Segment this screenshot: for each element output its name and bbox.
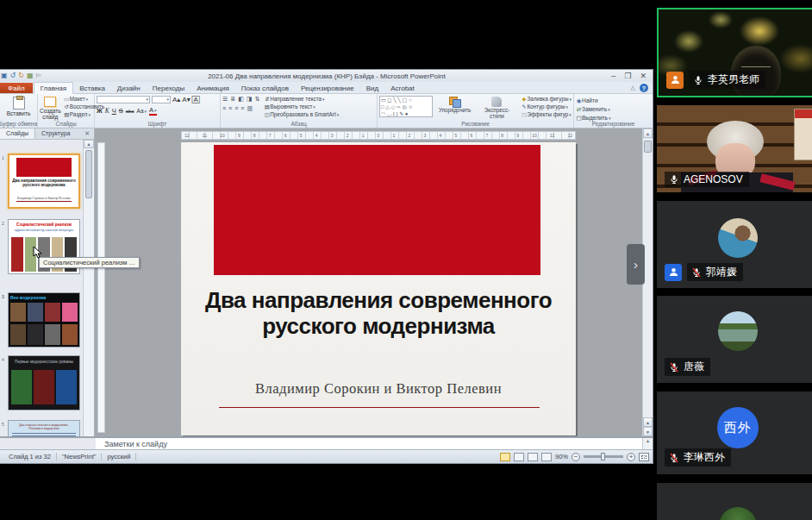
paste-button[interactable]: Вставить [2, 96, 35, 116]
participant-tile-1[interactable]: 李英男老师 [657, 8, 812, 97]
minimize-button[interactable]: – [611, 72, 615, 80]
participant-tile-3[interactable]: 郭靖媛 [657, 201, 812, 288]
slide-sorter-icon[interactable] [514, 453, 524, 461]
panel-scrollbar[interactable]: ▲ [83, 140, 94, 436]
tab-design[interactable]: Дизайн [111, 83, 147, 93]
normal-view-icon[interactable] [500, 453, 510, 461]
grow-font-icon[interactable]: A▴ [172, 96, 180, 103]
editing-group-label[interactable]: Редактирование [574, 120, 653, 128]
align-right-icon[interactable]: ≡ [234, 105, 238, 112]
slide-thumbnail-4[interactable]: Первые модернистские романы [8, 355, 80, 410]
panel-scroll-thumb[interactable] [85, 150, 92, 198]
tab-home[interactable]: Главная [34, 82, 73, 94]
quick-styles-button[interactable]: Экспресс-стили [478, 96, 517, 120]
shape-fill-button[interactable]: ◆Заливка фигуры [521, 96, 572, 103]
align-text-button[interactable]: ▤Выровнять текст [264, 103, 339, 110]
underline-button[interactable]: Ч [112, 107, 116, 115]
close-button[interactable]: ✕ [640, 72, 646, 80]
paragraph-group-label[interactable]: Абзац [221, 120, 377, 128]
replace-button[interactable]: ⇄Заменить [576, 106, 651, 113]
slide-thumbnail-3[interactable]: Вне модернизма [8, 292, 80, 348]
participant-tile-6[interactable] [657, 483, 812, 520]
panel-tab-slides[interactable]: Слайды [0, 128, 35, 139]
tab-acrobat[interactable]: Acrobat [384, 83, 421, 93]
indent-decrease-icon[interactable]: ◧ [238, 96, 244, 103]
scroll-thumb[interactable] [644, 141, 652, 153]
justify-icon[interactable]: ≡ [240, 105, 244, 112]
text-direction-button[interactable]: ⇵Направление текста [264, 96, 339, 103]
line-spacing-icon[interactable]: ⇅ [254, 96, 259, 103]
tab-file[interactable]: Файл [0, 83, 33, 93]
tab-view[interactable]: Вид [360, 83, 384, 93]
bold-button[interactable]: Ж [97, 107, 103, 115]
participant-tile-4[interactable]: 唐薇 [657, 296, 812, 383]
ribbon-collapse-icon[interactable]: △ [631, 85, 635, 91]
arrange-button[interactable]: Упорядочить [435, 96, 475, 120]
tab-insert[interactable]: Вставка [73, 83, 111, 93]
help-icon[interactable]: ? [640, 84, 648, 92]
picture-tool-icon[interactable]: ▦ [27, 72, 34, 80]
shrink-font-icon[interactable]: A▾ [182, 96, 190, 103]
slide-subtitle[interactable]: Владимир Сорокин и Виктор Пелевин [181, 380, 576, 398]
align-left-icon[interactable]: ≡ [222, 105, 226, 112]
slide-thumbnail-5[interactable]: Два главных течения в модернизме. Реализ… [8, 420, 80, 436]
shape-outline-button[interactable]: ✎Контур фигуры [521, 103, 572, 110]
new-slide-button[interactable]: Создать слайд [40, 96, 61, 120]
shadow-button[interactable]: abc [126, 109, 134, 114]
participant-tile-2[interactable]: AGENOSOV [657, 105, 812, 192]
font-size-combobox[interactable] [152, 96, 171, 103]
slide-thumbnail-1[interactable]: Два направления современного русского мо… [8, 153, 80, 209]
next-slide-icon[interactable]: ▼ [643, 427, 653, 436]
participant-tile-5[interactable]: 西外 李琳西外 [657, 392, 812, 474]
qat-customize-icon[interactable]: ⊨ [36, 72, 42, 80]
panel-scroll-up-icon[interactable]: ▲ [84, 140, 94, 148]
font-name-combobox[interactable] [97, 96, 150, 103]
shape-effects-button[interactable]: ◳Эффекты фигур [521, 111, 572, 118]
italic-button[interactable]: К [105, 107, 109, 115]
change-case-button[interactable]: Аа [136, 108, 147, 114]
bullets-icon[interactable]: ☰ [222, 96, 228, 103]
redo-icon[interactable]: ↻ [18, 72, 24, 80]
slide-title[interactable]: Два направления современного русского мо… [198, 287, 559, 340]
video-panel-toggle-button[interactable]: › [627, 244, 645, 285]
clear-format-icon[interactable]: 🄰 [192, 96, 200, 103]
smartart-button[interactable]: ◫Преобразовать в SmartArt [264, 111, 339, 118]
slides-group-label[interactable]: Слайды [38, 120, 94, 128]
notes-scrollbar[interactable]: ▲ [642, 438, 653, 449]
clipboard-group-label[interactable]: Буфер обмена [0, 120, 37, 128]
zoom-in-icon[interactable]: + [627, 453, 635, 461]
tab-slideshow[interactable]: Показ слайдов [235, 83, 295, 93]
indent-increase-icon[interactable]: ◨ [247, 96, 253, 103]
tab-transitions[interactable]: Переходы [147, 83, 191, 93]
undo-icon[interactable]: ↺ [10, 72, 16, 80]
fit-to-window-icon[interactable] [639, 453, 649, 461]
shapes-gallery[interactable]: ▭ ◻ ╲ ╲ ▢ ○ □ △ ◇ ⇨ ◎ ☆ ◠ ◡ { } ✎ ● [379, 96, 433, 117]
zoom-slider-handle[interactable] [601, 453, 605, 460]
reading-view-icon[interactable] [528, 453, 538, 461]
tab-review[interactable]: Рецензирование [295, 83, 360, 93]
save-icon[interactable]: ▣ [1, 72, 8, 80]
theme-name[interactable]: "NewsPrint" [57, 453, 103, 460]
tab-animations[interactable]: Анимация [191, 83, 235, 93]
columns-icon[interactable]: ▥ [247, 105, 253, 112]
panel-tab-outline[interactable]: Структура [35, 128, 76, 139]
notes-pane[interactable]: Заметки к слайду ▲ [96, 436, 653, 449]
strikethrough-button[interactable]: S [119, 107, 123, 115]
numbering-icon[interactable]: ≣ [230, 96, 235, 103]
previous-slide-icon[interactable]: ▲ [643, 417, 653, 427]
drawing-group-label[interactable]: Рисование [378, 120, 573, 128]
find-button[interactable]: ◉Найти [576, 97, 651, 104]
slideshow-icon[interactable] [541, 453, 552, 461]
slide-canvas[interactable]: Два направления современного русского мо… [181, 142, 576, 435]
language-indicator[interactable]: русский [102, 453, 136, 460]
slide-red-banner[interactable] [214, 145, 540, 275]
zoom-out-icon[interactable]: − [572, 453, 580, 461]
font-color-button[interactable]: А [149, 106, 157, 116]
panel-close-icon[interactable]: ✕ [80, 128, 94, 139]
font-group-label[interactable]: Шрифт [95, 120, 220, 128]
align-center-icon[interactable]: ≡ [228, 105, 232, 112]
restore-button[interactable]: ❐ [624, 72, 631, 80]
notes-scroll-up-icon[interactable]: ▲ [643, 438, 653, 443]
scroll-up-icon[interactable]: ▲ [643, 128, 653, 138]
zoom-slider[interactable] [584, 455, 623, 458]
